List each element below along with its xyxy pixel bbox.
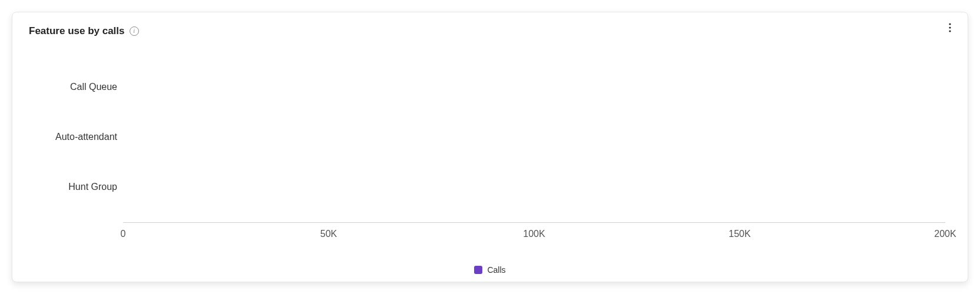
x-axis-tick: 150K xyxy=(729,229,750,239)
legend-swatch xyxy=(474,266,482,274)
chart-area: Call Queue Auto-attendant Hunt Group 0 5… xyxy=(29,54,951,246)
card-title: Feature use by calls xyxy=(29,25,125,37)
card-header: Feature use by calls i xyxy=(29,23,951,39)
plot-area xyxy=(123,54,945,223)
legend-label: Calls xyxy=(487,265,505,275)
svg-point-1 xyxy=(949,26,951,28)
x-axis-tick: 100K xyxy=(523,229,545,239)
svg-point-0 xyxy=(949,23,951,25)
x-axis-tick: 50K xyxy=(320,229,337,239)
info-icon[interactable]: i xyxy=(130,26,139,36)
y-axis-label: Auto-attendant xyxy=(29,132,117,142)
y-axis-label: Hunt Group xyxy=(29,182,117,192)
y-axis-label: Call Queue xyxy=(29,82,117,92)
chart-card: Feature use by calls i Call Queue Auto-a… xyxy=(12,12,968,282)
vertical-dots-icon xyxy=(949,23,951,32)
x-axis-tick: 200K xyxy=(934,229,956,239)
chart-legend: Calls xyxy=(12,265,968,275)
more-options-button[interactable] xyxy=(943,21,957,35)
x-axis-tick: 0 xyxy=(121,229,126,239)
svg-point-2 xyxy=(949,30,951,32)
